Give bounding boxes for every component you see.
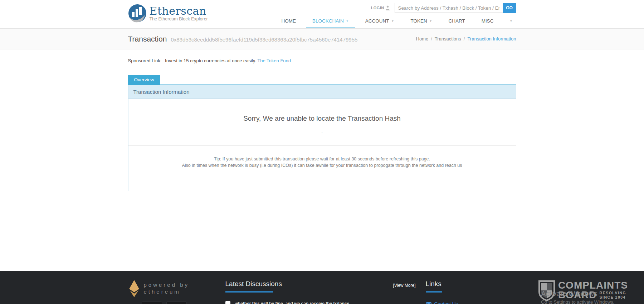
- footer: powered by ethereum Latest Discussions […: [0, 271, 644, 304]
- activate-windows-watermark: Activate Windows Go to Settings to activ…: [541, 290, 614, 304]
- etherscan-logo-icon: [128, 4, 147, 24]
- discussions-rule: [225, 291, 416, 293]
- sponsored-link-row: Sponsored Link: Invest in 15 crypto curr…: [128, 58, 516, 63]
- footer-social-button[interactable]: [166, 301, 187, 304]
- nav-account[interactable]: ACCOUNT ▼: [357, 14, 402, 28]
- nav-chart[interactable]: CHART: [440, 14, 473, 28]
- discussion-list-item[interactable]: whether this will be fine, and we can re…: [225, 301, 416, 304]
- footer-social-button[interactable]: [142, 301, 162, 304]
- chevron-down-icon: ▼: [510, 20, 513, 22]
- page-title: Transaction: [128, 35, 167, 43]
- panel-header: Transaction Information: [128, 85, 516, 99]
- discussion-bullet-icon: [225, 301, 230, 304]
- discussion-item-text[interactable]: whether this will be fine, and we can re…: [235, 301, 350, 304]
- not-found-message: Sorry, We are unable to locate the Trans…: [128, 99, 516, 122]
- nav-blockchain-label: BLOCKCHAIN: [312, 18, 344, 24]
- sponsored-text: Invest in 15 crypto currencies at once e…: [165, 58, 256, 63]
- breadcrumb-transactions[interactable]: Transactions: [435, 36, 461, 42]
- nav-chart-label: CHART: [449, 18, 465, 24]
- go-button[interactable]: GO: [503, 3, 516, 13]
- nav-misc[interactable]: MISC: [473, 14, 502, 28]
- search-input[interactable]: [395, 3, 503, 13]
- activate-windows-line2: Go to Settings to activate Windows.: [541, 299, 614, 304]
- breadcrumb-separator: /: [431, 36, 432, 42]
- user-icon: [386, 5, 390, 10]
- logo-tagline: The Ethereum Block Explorer: [150, 16, 208, 21]
- chevron-down-icon: ▼: [346, 20, 349, 22]
- contact-us-link[interactable]: Contact Us: [426, 301, 516, 304]
- nav-blockchain[interactable]: BLOCKCHAIN ▼: [304, 14, 357, 28]
- complaints-text: COMPLAINTS: [558, 280, 628, 290]
- powered-by-ethereum: powered by ethereum: [128, 280, 225, 297]
- main-nav: HOME BLOCKCHAIN ▼ ACCOUNT ▼ TOKEN ▼ CHAR…: [273, 14, 516, 28]
- transaction-hash: 0x83d53c8eeddd58f5e96faefd119d5f33ed6836…: [171, 37, 357, 43]
- breadcrumb-home[interactable]: Home: [416, 36, 429, 42]
- login-link[interactable]: LOGIN: [371, 5, 390, 10]
- nav-home[interactable]: HOME: [273, 14, 304, 28]
- sponsored-label: Sponsored Link:: [128, 58, 162, 63]
- nav-token[interactable]: TOKEN ▼: [402, 14, 440, 28]
- nav-account-label: ACCOUNT: [365, 18, 389, 24]
- activate-windows-line1: Activate Windows: [541, 290, 614, 298]
- transaction-panel: Transaction Information Sorry, We are un…: [128, 85, 516, 191]
- latest-discussions-heading: Latest Discussions: [225, 280, 282, 288]
- nav-home-label: HOME: [282, 18, 296, 24]
- sponsored-link[interactable]: The Token Fund: [257, 58, 291, 63]
- ethereum-text: ethereum: [144, 288, 190, 295]
- tip-line-1: Tip: If you have just submitted this tra…: [132, 156, 512, 162]
- login-label: LOGIN: [371, 6, 384, 10]
- tab-overview[interactable]: Overview: [128, 75, 160, 85]
- dot-text: .: [128, 128, 516, 134]
- chevron-down-icon: ▼: [429, 20, 432, 22]
- tip-text: Tip: If you have just submitted this tra…: [128, 146, 516, 191]
- powered-by-text: powered by: [144, 281, 190, 288]
- nav-misc-label: MISC: [482, 18, 494, 24]
- breadcrumb-separator: /: [464, 36, 465, 42]
- main-content: Sponsored Link: Invest in 15 crypto curr…: [128, 58, 516, 191]
- chevron-down-icon: ▼: [391, 20, 394, 22]
- view-more-link[interactable]: [View More]: [393, 283, 415, 288]
- nav-more-dropdown[interactable]: ▼: [502, 14, 516, 28]
- logo-wordmark: Etherscan: [150, 5, 208, 16]
- envelope-icon: [426, 302, 431, 304]
- etherscan-logo[interactable]: Etherscan The Ethereum Block Explorer: [128, 0, 208, 28]
- contact-us-label: Contact Us: [434, 301, 458, 304]
- breadcrumb-current[interactable]: Transaction Information: [467, 36, 516, 42]
- links-heading: Links: [426, 280, 441, 288]
- nav-token-label: TOKEN: [410, 18, 427, 24]
- tip-line-2: Also in times when the network is busy (…: [132, 162, 512, 169]
- ethereum-diamond-icon: [129, 280, 140, 297]
- page-title-bar: Transaction 0x83d53c8eeddd58f5e96faefd11…: [0, 29, 644, 49]
- top-header: Etherscan The Ethereum Block Explorer LO…: [0, 0, 644, 29]
- breadcrumb: Home / Transactions / Transaction Inform…: [416, 36, 516, 42]
- links-rule: [426, 291, 516, 293]
